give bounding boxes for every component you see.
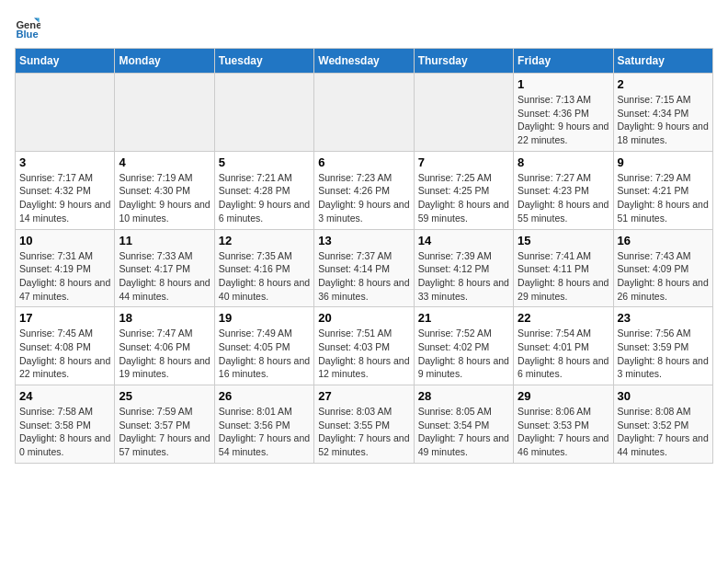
day-info: Sunrise: 7:56 AM Sunset: 3:59 PM Dayligh… — [618, 327, 709, 381]
day-number: 1 — [518, 77, 609, 91]
calendar-cell — [314, 74, 414, 152]
day-number: 6 — [318, 155, 409, 169]
day-info: Sunrise: 7:58 AM Sunset: 3:58 PM Dayligh… — [19, 405, 110, 459]
calendar-week-row: 3Sunrise: 7:17 AM Sunset: 4:32 PM Daylig… — [16, 151, 713, 229]
day-number: 29 — [518, 389, 609, 403]
calendar-cell: 21Sunrise: 7:52 AM Sunset: 4:02 PM Dayli… — [414, 307, 513, 385]
calendar-table: SundayMondayTuesdayWednesdayThursdayFrid… — [15, 48, 713, 464]
calendar-week-row: 1Sunrise: 7:13 AM Sunset: 4:36 PM Daylig… — [16, 74, 713, 152]
day-info: Sunrise: 7:29 AM Sunset: 4:21 PM Dayligh… — [618, 171, 709, 225]
calendar-cell: 24Sunrise: 7:58 AM Sunset: 3:58 PM Dayli… — [16, 385, 115, 464]
calendar-cell: 7Sunrise: 7:25 AM Sunset: 4:25 PM Daylig… — [414, 151, 513, 229]
day-header-friday: Friday — [514, 49, 613, 74]
calendar-cell: 3Sunrise: 7:17 AM Sunset: 4:32 PM Daylig… — [16, 151, 115, 229]
calendar-cell: 30Sunrise: 8:08 AM Sunset: 3:52 PM Dayli… — [613, 385, 712, 464]
day-info: Sunrise: 7:49 AM Sunset: 4:05 PM Dayligh… — [219, 327, 310, 381]
day-number: 16 — [618, 234, 709, 247]
day-info: Sunrise: 7:41 AM Sunset: 4:11 PM Dayligh… — [518, 249, 609, 304]
day-number: 17 — [19, 311, 110, 325]
calendar-cell: 15Sunrise: 7:41 AM Sunset: 4:11 PM Dayli… — [514, 229, 613, 307]
calendar-cell: 20Sunrise: 7:51 AM Sunset: 4:03 PM Dayli… — [314, 307, 414, 385]
day-number: 27 — [318, 389, 409, 403]
day-header-sunday: Sunday — [16, 49, 115, 74]
day-number: 21 — [418, 311, 509, 325]
calendar-cell: 6Sunrise: 7:23 AM Sunset: 4:26 PM Daylig… — [314, 151, 414, 229]
day-number: 26 — [219, 389, 310, 403]
calendar-cell: 25Sunrise: 7:59 AM Sunset: 3:57 PM Dayli… — [115, 385, 214, 464]
calendar-cell: 27Sunrise: 8:03 AM Sunset: 3:55 PM Dayli… — [314, 385, 414, 464]
day-info: Sunrise: 7:45 AM Sunset: 4:08 PM Dayligh… — [19, 327, 110, 381]
day-number: 18 — [119, 311, 210, 325]
calendar-cell: 16Sunrise: 7:43 AM Sunset: 4:09 PM Dayli… — [613, 229, 712, 307]
day-number: 8 — [518, 155, 609, 169]
day-info: Sunrise: 7:19 AM Sunset: 4:30 PM Dayligh… — [119, 171, 210, 225]
calendar-cell: 10Sunrise: 7:31 AM Sunset: 4:19 PM Dayli… — [16, 229, 115, 307]
day-number: 4 — [119, 155, 210, 169]
calendar-cell — [414, 74, 513, 152]
calendar-cell: 8Sunrise: 7:27 AM Sunset: 4:23 PM Daylig… — [514, 151, 613, 229]
day-number: 28 — [418, 389, 509, 403]
day-info: Sunrise: 7:54 AM Sunset: 4:01 PM Dayligh… — [518, 327, 609, 381]
day-number: 5 — [219, 155, 310, 169]
calendar-cell: 2Sunrise: 7:15 AM Sunset: 4:34 PM Daylig… — [613, 74, 712, 152]
day-info: Sunrise: 7:23 AM Sunset: 4:26 PM Dayligh… — [318, 171, 409, 225]
day-info: Sunrise: 7:35 AM Sunset: 4:16 PM Dayligh… — [219, 249, 310, 304]
day-number: 13 — [318, 234, 409, 247]
day-header-wednesday: Wednesday — [314, 49, 414, 74]
day-info: Sunrise: 7:21 AM Sunset: 4:28 PM Dayligh… — [219, 171, 310, 225]
day-number: 14 — [418, 234, 509, 247]
calendar-week-row: 10Sunrise: 7:31 AM Sunset: 4:19 PM Dayli… — [16, 229, 713, 307]
day-header-tuesday: Tuesday — [214, 49, 313, 74]
day-number: 20 — [318, 311, 409, 325]
logo-icon: General Blue — [15, 15, 40, 40]
calendar-cell: 4Sunrise: 7:19 AM Sunset: 4:30 PM Daylig… — [115, 151, 214, 229]
day-number: 2 — [618, 77, 709, 91]
calendar-cell: 9Sunrise: 7:29 AM Sunset: 4:21 PM Daylig… — [613, 151, 712, 229]
calendar-cell: 18Sunrise: 7:47 AM Sunset: 4:06 PM Dayli… — [115, 307, 214, 385]
day-number: 11 — [119, 234, 210, 247]
day-info: Sunrise: 7:33 AM Sunset: 4:17 PM Dayligh… — [119, 249, 210, 304]
day-info: Sunrise: 7:51 AM Sunset: 4:03 PM Dayligh… — [318, 327, 409, 381]
day-number: 24 — [19, 389, 110, 403]
calendar-cell: 1Sunrise: 7:13 AM Sunset: 4:36 PM Daylig… — [514, 74, 613, 152]
day-number: 10 — [19, 234, 110, 247]
day-info: Sunrise: 7:17 AM Sunset: 4:32 PM Dayligh… — [19, 171, 110, 225]
calendar-cell: 19Sunrise: 7:49 AM Sunset: 4:05 PM Dayli… — [214, 307, 313, 385]
calendar-week-row: 24Sunrise: 7:58 AM Sunset: 3:58 PM Dayli… — [16, 385, 713, 464]
day-header-monday: Monday — [115, 49, 214, 74]
day-header-saturday: Saturday — [613, 49, 712, 74]
day-info: Sunrise: 7:31 AM Sunset: 4:19 PM Dayligh… — [19, 249, 110, 304]
calendar-week-row: 17Sunrise: 7:45 AM Sunset: 4:08 PM Dayli… — [16, 307, 713, 385]
calendar-cell: 22Sunrise: 7:54 AM Sunset: 4:01 PM Dayli… — [514, 307, 613, 385]
day-info: Sunrise: 8:08 AM Sunset: 3:52 PM Dayligh… — [618, 405, 709, 459]
calendar-cell — [214, 74, 313, 152]
logo: General Blue — [15, 15, 40, 40]
day-number: 7 — [418, 155, 509, 169]
day-number: 15 — [518, 234, 609, 247]
calendar-cell — [16, 74, 115, 152]
day-info: Sunrise: 7:43 AM Sunset: 4:09 PM Dayligh… — [618, 249, 709, 304]
calendar-cell — [115, 74, 214, 152]
day-info: Sunrise: 7:13 AM Sunset: 4:36 PM Dayligh… — [518, 93, 609, 147]
calendar-header-row: SundayMondayTuesdayWednesdayThursdayFrid… — [16, 49, 713, 74]
day-number: 19 — [219, 311, 310, 325]
day-info: Sunrise: 7:15 AM Sunset: 4:34 PM Dayligh… — [618, 93, 709, 147]
calendar-cell: 23Sunrise: 7:56 AM Sunset: 3:59 PM Dayli… — [613, 307, 712, 385]
page-header: General Blue — [15, 15, 713, 40]
day-number: 9 — [618, 155, 709, 169]
calendar-cell: 29Sunrise: 8:06 AM Sunset: 3:53 PM Dayli… — [514, 385, 613, 464]
day-info: Sunrise: 7:47 AM Sunset: 4:06 PM Dayligh… — [119, 327, 210, 381]
day-info: Sunrise: 7:37 AM Sunset: 4:14 PM Dayligh… — [318, 249, 409, 304]
day-info: Sunrise: 8:01 AM Sunset: 3:56 PM Dayligh… — [219, 405, 310, 459]
calendar-cell: 14Sunrise: 7:39 AM Sunset: 4:12 PM Dayli… — [414, 229, 513, 307]
day-info: Sunrise: 7:52 AM Sunset: 4:02 PM Dayligh… — [418, 327, 509, 381]
calendar-cell: 12Sunrise: 7:35 AM Sunset: 4:16 PM Dayli… — [214, 229, 313, 307]
calendar-cell: 26Sunrise: 8:01 AM Sunset: 3:56 PM Dayli… — [214, 385, 313, 464]
calendar-cell: 28Sunrise: 8:05 AM Sunset: 3:54 PM Dayli… — [414, 385, 513, 464]
day-number: 3 — [19, 155, 110, 169]
day-number: 22 — [518, 311, 609, 325]
day-number: 23 — [618, 311, 709, 325]
day-info: Sunrise: 7:39 AM Sunset: 4:12 PM Dayligh… — [418, 249, 509, 304]
day-info: Sunrise: 7:25 AM Sunset: 4:25 PM Dayligh… — [418, 171, 509, 225]
day-info: Sunrise: 7:27 AM Sunset: 4:23 PM Dayligh… — [518, 171, 609, 225]
